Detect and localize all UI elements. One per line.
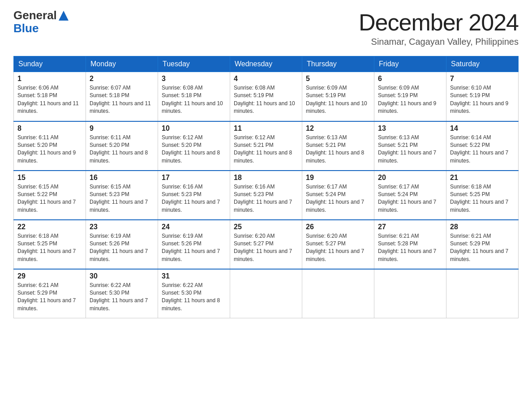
calendar-cell: 2 Sunrise: 6:07 AMSunset: 5:18 PMDayligh… bbox=[86, 72, 158, 121]
day-info: Sunrise: 6:18 AMSunset: 5:25 PMDaylight:… bbox=[450, 183, 515, 214]
logo-blue-text: Blue bbox=[13, 21, 39, 35]
header-sunday: Sunday bbox=[14, 56, 86, 72]
calendar-cell: 5 Sunrise: 6:09 AMSunset: 5:19 PMDayligh… bbox=[302, 72, 374, 121]
day-number: 10 bbox=[162, 124, 226, 133]
day-info: Sunrise: 6:19 AMSunset: 5:26 PMDaylight:… bbox=[90, 232, 154, 264]
day-number: 19 bbox=[306, 174, 370, 182]
calendar-cell: 8 Sunrise: 6:11 AMSunset: 5:20 PMDayligh… bbox=[14, 121, 86, 171]
day-info: Sunrise: 6:17 AMSunset: 5:24 PMDaylight:… bbox=[378, 183, 442, 214]
calendar-cell: 29 Sunrise: 6:21 AMSunset: 5:29 PMDaylig… bbox=[14, 269, 86, 318]
day-info: Sunrise: 6:21 AMSunset: 5:29 PMDaylight:… bbox=[450, 232, 515, 264]
calendar-cell: 31 Sunrise: 6:22 AMSunset: 5:30 PMDaylig… bbox=[158, 269, 230, 318]
day-number: 31 bbox=[162, 272, 226, 280]
day-info: Sunrise: 6:11 AMSunset: 5:20 PMDaylight:… bbox=[90, 134, 154, 165]
day-info: Sunrise: 6:19 AMSunset: 5:26 PMDaylight:… bbox=[162, 232, 226, 264]
calendar-cell bbox=[446, 269, 519, 318]
day-info: Sunrise: 6:20 AMSunset: 5:27 PMDaylight:… bbox=[234, 232, 298, 264]
calendar-cell: 15 Sunrise: 6:15 AMSunset: 5:22 PMDaylig… bbox=[14, 171, 86, 220]
calendar-cell: 7 Sunrise: 6:10 AMSunset: 5:19 PMDayligh… bbox=[446, 72, 519, 121]
calendar-cell bbox=[302, 269, 374, 318]
day-number: 2 bbox=[90, 75, 154, 83]
day-info: Sunrise: 6:13 AMSunset: 5:21 PMDaylight:… bbox=[306, 134, 370, 165]
day-info: Sunrise: 6:14 AMSunset: 5:22 PMDaylight:… bbox=[450, 134, 515, 165]
day-number: 16 bbox=[90, 174, 154, 182]
calendar-cell: 26 Sunrise: 6:20 AMSunset: 5:27 PMDaylig… bbox=[302, 220, 374, 269]
logo: General Blue bbox=[13, 9, 69, 34]
calendar-cell: 27 Sunrise: 6:21 AMSunset: 5:28 PMDaylig… bbox=[374, 220, 446, 269]
calendar-cell: 17 Sunrise: 6:16 AMSunset: 5:23 PMDaylig… bbox=[158, 171, 230, 220]
calendar-cell: 4 Sunrise: 6:08 AMSunset: 5:19 PMDayligh… bbox=[230, 72, 302, 121]
day-info: Sunrise: 6:10 AMSunset: 5:19 PMDaylight:… bbox=[450, 84, 515, 116]
calendar-title: December 2024 bbox=[359, 9, 519, 36]
day-number: 28 bbox=[450, 223, 515, 231]
day-number: 9 bbox=[90, 124, 154, 133]
day-info: Sunrise: 6:21 AMSunset: 5:29 PMDaylight:… bbox=[17, 282, 82, 313]
calendar-cell bbox=[374, 269, 446, 318]
header-wednesday: Wednesday bbox=[230, 56, 302, 72]
day-info: Sunrise: 6:18 AMSunset: 5:25 PMDaylight:… bbox=[17, 232, 82, 264]
day-info: Sunrise: 6:08 AMSunset: 5:19 PMDaylight:… bbox=[234, 84, 298, 116]
logo-icon bbox=[59, 11, 69, 21]
header-saturday: Saturday bbox=[446, 56, 519, 72]
calendar-cell: 24 Sunrise: 6:19 AMSunset: 5:26 PMDaylig… bbox=[158, 220, 230, 269]
week-row-4: 22 Sunrise: 6:18 AMSunset: 5:25 PMDaylig… bbox=[14, 220, 519, 269]
day-number: 8 bbox=[17, 124, 82, 133]
calendar-cell: 19 Sunrise: 6:17 AMSunset: 5:24 PMDaylig… bbox=[302, 171, 374, 220]
calendar-cell: 12 Sunrise: 6:13 AMSunset: 5:21 PMDaylig… bbox=[302, 121, 374, 171]
calendar-cell: 23 Sunrise: 6:19 AMSunset: 5:26 PMDaylig… bbox=[86, 220, 158, 269]
weekday-header-row: Sunday Monday Tuesday Wednesday Thursday… bbox=[14, 56, 519, 72]
day-number: 3 bbox=[162, 75, 226, 83]
day-number: 14 bbox=[450, 124, 515, 133]
day-number: 4 bbox=[234, 75, 298, 83]
week-row-1: 1 Sunrise: 6:06 AMSunset: 5:18 PMDayligh… bbox=[14, 72, 519, 121]
day-info: Sunrise: 6:17 AMSunset: 5:24 PMDaylight:… bbox=[306, 183, 370, 214]
day-info: Sunrise: 6:21 AMSunset: 5:28 PMDaylight:… bbox=[378, 232, 442, 264]
week-row-3: 15 Sunrise: 6:15 AMSunset: 5:22 PMDaylig… bbox=[14, 171, 519, 220]
week-row-2: 8 Sunrise: 6:11 AMSunset: 5:20 PMDayligh… bbox=[14, 121, 519, 171]
title-section: December 2024 Sinamar, Cagayan Valley, P… bbox=[359, 9, 519, 47]
calendar-cell: 20 Sunrise: 6:17 AMSunset: 5:24 PMDaylig… bbox=[374, 171, 446, 220]
day-number: 18 bbox=[234, 174, 298, 182]
calendar-cell: 1 Sunrise: 6:06 AMSunset: 5:18 PMDayligh… bbox=[14, 72, 86, 121]
day-number: 26 bbox=[306, 223, 370, 231]
day-number: 7 bbox=[450, 75, 515, 83]
day-number: 17 bbox=[162, 174, 226, 182]
day-info: Sunrise: 6:15 AMSunset: 5:23 PMDaylight:… bbox=[90, 183, 154, 214]
day-number: 21 bbox=[450, 174, 515, 182]
day-info: Sunrise: 6:06 AMSunset: 5:18 PMDaylight:… bbox=[17, 84, 82, 116]
calendar-cell bbox=[230, 269, 302, 318]
day-number: 20 bbox=[378, 174, 442, 182]
day-info: Sunrise: 6:11 AMSunset: 5:20 PMDaylight:… bbox=[17, 134, 82, 165]
calendar-cell: 30 Sunrise: 6:22 AMSunset: 5:30 PMDaylig… bbox=[86, 269, 158, 318]
calendar-cell: 3 Sunrise: 6:08 AMSunset: 5:18 PMDayligh… bbox=[158, 72, 230, 121]
day-number: 5 bbox=[306, 75, 370, 83]
day-info: Sunrise: 6:16 AMSunset: 5:23 PMDaylight:… bbox=[162, 183, 226, 214]
day-number: 30 bbox=[90, 272, 154, 280]
day-number: 27 bbox=[378, 223, 442, 231]
calendar-cell: 9 Sunrise: 6:11 AMSunset: 5:20 PMDayligh… bbox=[86, 121, 158, 171]
day-info: Sunrise: 6:22 AMSunset: 5:30 PMDaylight:… bbox=[162, 282, 226, 313]
header-tuesday: Tuesday bbox=[158, 56, 230, 72]
day-number: 12 bbox=[306, 124, 370, 133]
day-info: Sunrise: 6:08 AMSunset: 5:18 PMDaylight:… bbox=[162, 84, 226, 116]
day-number: 23 bbox=[90, 223, 154, 231]
header-monday: Monday bbox=[86, 56, 158, 72]
day-info: Sunrise: 6:13 AMSunset: 5:21 PMDaylight:… bbox=[378, 134, 442, 165]
day-info: Sunrise: 6:09 AMSunset: 5:19 PMDaylight:… bbox=[378, 84, 442, 116]
day-number: 25 bbox=[234, 223, 298, 231]
header-thursday: Thursday bbox=[302, 56, 374, 72]
page-header: General Blue December 2024 Sinamar, Caga… bbox=[13, 9, 519, 47]
calendar-cell: 11 Sunrise: 6:12 AMSunset: 5:21 PMDaylig… bbox=[230, 121, 302, 171]
day-info: Sunrise: 6:22 AMSunset: 5:30 PMDaylight:… bbox=[90, 282, 154, 313]
calendar-table: Sunday Monday Tuesday Wednesday Thursday… bbox=[13, 56, 519, 318]
day-number: 15 bbox=[17, 174, 82, 182]
calendar-cell: 28 Sunrise: 6:21 AMSunset: 5:29 PMDaylig… bbox=[446, 220, 519, 269]
day-number: 22 bbox=[17, 223, 82, 231]
calendar-cell: 18 Sunrise: 6:16 AMSunset: 5:23 PMDaylig… bbox=[230, 171, 302, 220]
week-row-5: 29 Sunrise: 6:21 AMSunset: 5:29 PMDaylig… bbox=[14, 269, 519, 318]
day-info: Sunrise: 6:09 AMSunset: 5:19 PMDaylight:… bbox=[306, 84, 370, 116]
calendar-cell: 22 Sunrise: 6:18 AMSunset: 5:25 PMDaylig… bbox=[14, 220, 86, 269]
calendar-cell: 21 Sunrise: 6:18 AMSunset: 5:25 PMDaylig… bbox=[446, 171, 519, 220]
day-number: 11 bbox=[234, 124, 298, 133]
calendar-cell: 25 Sunrise: 6:20 AMSunset: 5:27 PMDaylig… bbox=[230, 220, 302, 269]
